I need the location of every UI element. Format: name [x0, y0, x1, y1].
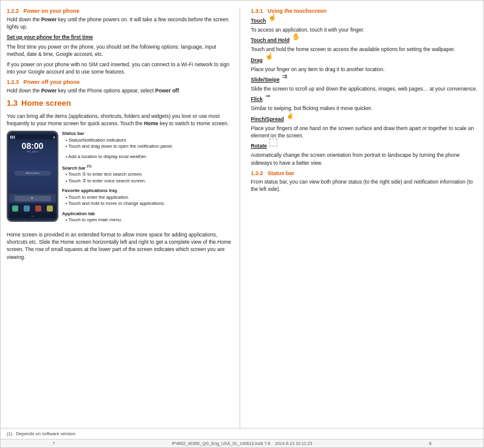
callout-weather: Add a location to display local weather.: [62, 154, 233, 160]
touch-label-row-pinch: Pinch/Spread ✌: [251, 116, 478, 123]
swipe-body: Slide the screen to scroll up and down t…: [251, 85, 478, 92]
touch-hold-label: Touch and Hold: [251, 37, 290, 43]
section-122-heading: 1.2.2 Power on your phone: [7, 8, 233, 14]
fav-apps-tray: [9, 204, 56, 213]
section-132-heading: 1.3.2 Status bar: [251, 170, 478, 176]
section-123-heading: 1.2.3 Power off your phone: [7, 79, 233, 85]
page-number-left: 7: [7, 441, 101, 446]
app-icon-3: [35, 205, 41, 212]
callout-search-2: Touch ② to enter voice search screen.: [66, 178, 233, 185]
flick-icon: ⇒: [265, 92, 270, 99]
section-132-number: 1.3.2: [251, 170, 263, 176]
touch-type-pinch: Pinch/Spread ✌ Place your fingers of one…: [251, 116, 478, 140]
callout-status-bar: Status bar Status/Notification indicator…: [62, 131, 233, 150]
touch-type-flick: Flick ⇒ Similar to swiping, but flicking…: [251, 96, 478, 112]
section-13-number: 1.3: [7, 98, 18, 108]
section-123-title: Power off your phone: [24, 79, 80, 85]
callout-app-tab-item: Touch to open main menu.: [66, 217, 233, 224]
app-tab-bar: ⋯: [9, 213, 56, 218]
section-13-heading-row: 1.3 Home screen: [7, 98, 233, 110]
touch-type-hold: Touch and Hold ✋ Touch and hold the home…: [251, 37, 478, 53]
section-131-heading: 1.3.1 Using the touchscreen: [251, 8, 478, 14]
home-screen-area: ▌▌▌ ▮ 08:00 FRI, JUN 5 Add a location: [7, 131, 233, 227]
callout-item-1: Status/Notification indicators: [66, 137, 233, 144]
touch-label-row-swipe: Slide/Swipe ⇉: [251, 77, 478, 84]
touch-label-row-hold: Touch and Hold ✋: [251, 37, 478, 44]
file-info: IP4892_4036E_QG_Eng_USA_01_140613.indd 7…: [172, 441, 271, 446]
section-131-number: 1.3.1: [251, 8, 263, 14]
callout-status-bar-list: Status/Notification indicators Touch and…: [62, 137, 233, 150]
right-column: 1.3.1 Using the touchscreen Touch ☝ To a…: [245, 8, 478, 428]
touch-hold-icon: ✋: [292, 33, 300, 41]
section-122-subheading: Set up your phone for the first time: [7, 33, 233, 41]
search-bar-area: 🔍: [9, 194, 56, 202]
page-num-8: 8: [429, 441, 432, 446]
swipe-label: Slide/Swipe: [251, 77, 280, 83]
touch-label-row-drag: Drag ☝: [251, 57, 478, 64]
rotate-body: Automatically change the screen orientat…: [251, 151, 478, 167]
touch-type-touch: Touch ☝ To access an application, touch …: [251, 18, 478, 33]
touch-hold-body: Touch and hold the home screen to access…: [251, 46, 478, 53]
section-123: 1.2.3 Power off your phone Hold down the…: [7, 79, 233, 94]
section-132-body: From status bar, you can view both phone…: [251, 178, 478, 193]
callout-item-2: Touch and drag down to open the notifica…: [66, 143, 233, 150]
search-bar-visual: 🔍: [15, 196, 51, 201]
section-122-number: 1.2.2: [7, 8, 19, 14]
page-number-right: 8: [383, 441, 477, 446]
rotate-icon: [269, 139, 277, 146]
section-123-body1: Hold down the Power key until the Phone …: [7, 87, 233, 94]
date-info: 2014-6-13 10:11:23: [275, 441, 312, 446]
pinch-body: Place your fingers of one hand on the sc…: [251, 125, 478, 140]
pinch-icon: ✌: [286, 112, 294, 119]
phone-status-bar: ▌▌▌ ▮: [9, 134, 56, 139]
touch-hand-icon: ☝: [268, 13, 277, 21]
drag-label: Drag: [251, 57, 263, 63]
battery-icon: ▮: [54, 136, 55, 139]
section-13-body1: You can bring all the items (application…: [7, 112, 233, 128]
callout-search-bar: Search bar (1) Touch ① to enter text sea…: [62, 164, 233, 184]
callout-area: Status bar Status/Notification indicator…: [62, 131, 233, 227]
section-122-title: Power on your phone: [24, 8, 80, 14]
touch-type-swipe: Slide/Swipe ⇉ Slide the screen to scroll…: [251, 77, 478, 92]
section-13-title: Home screen: [21, 98, 71, 108]
main-content: 1.2.2 Power on your phone Hold down the …: [1, 1, 483, 428]
flick-label: Flick: [251, 96, 263, 102]
touch-label-row-rotate: Rotate: [251, 143, 478, 150]
section-122-body2: The first time you power on the phone, y…: [7, 43, 233, 58]
callout-fav-1: Touch to enter the application.: [66, 195, 233, 201]
phone-screen: ▌▌▌ ▮ 08:00 FRI, JUN 5 Add a location: [8, 132, 57, 221]
callout-search-1: Touch ① to enter text search screen.: [66, 171, 233, 178]
callout-app-tab: Application tab Touch to open main menu.: [62, 211, 233, 224]
section-123-number: 1.2.3: [7, 79, 19, 85]
footnote-marker: (1): [7, 431, 12, 436]
footnote-text: Depends on software version.: [16, 431, 76, 436]
page-num-7: 7: [52, 441, 55, 446]
swipe-icon: ⇉: [282, 73, 287, 80]
left-column: 1.2.2 Power on your phone Hold down the …: [7, 8, 240, 428]
touch-body: To access an application, touch it with …: [251, 26, 478, 33]
section-132-title: Status bar: [268, 170, 294, 176]
signal-icon: ▌▌▌: [10, 136, 16, 139]
flick-body: Similar to swiping, but flicking makes i…: [251, 105, 478, 112]
app-icon-2: [24, 205, 30, 212]
section-122-body3: If you power on your phone with no SIM c…: [7, 61, 233, 76]
page-container: 1.2.2 Power on your phone Hold down the …: [0, 0, 484, 448]
touch-types-list: Touch ☝ To access an application, touch …: [251, 18, 478, 167]
bottom-bar: 7 IP4892_4036E_QG_Eng_USA_01_140613.indd…: [1, 439, 483, 447]
phone-widgets: Add a location: [9, 153, 56, 193]
rotate-label: Rotate: [251, 143, 267, 149]
phone-time: 08:00: [9, 142, 56, 150]
section-132: 1.3.2 Status bar From status bar, you ca…: [251, 170, 478, 193]
phone-image: ▌▌▌ ▮ 08:00 FRI, JUN 5 Add a location: [7, 131, 58, 222]
touch-type-drag: Drag ☝ Place your finger on any item to …: [251, 57, 478, 73]
callout-weather-item: Add a location to display local weather.: [66, 154, 233, 160]
footnote-area: (1) Depends on software version.: [1, 428, 483, 439]
drag-icon: ☝: [265, 52, 274, 60]
touch-type-rotate: Rotate Automatically change the screen o…: [251, 143, 478, 167]
touch-label-row-flick: Flick ⇒: [251, 96, 478, 103]
pinch-label: Pinch/Spread: [251, 116, 284, 122]
section-122: 1.2.2 Power on your phone Hold down the …: [7, 8, 233, 75]
section-13-body2: Home screen is provided in an extended f…: [7, 231, 233, 261]
callout-fav-tray: Favorite applications tray Touch to ente…: [62, 188, 233, 207]
drag-body: Place your finger on any item to drag it…: [251, 66, 478, 73]
